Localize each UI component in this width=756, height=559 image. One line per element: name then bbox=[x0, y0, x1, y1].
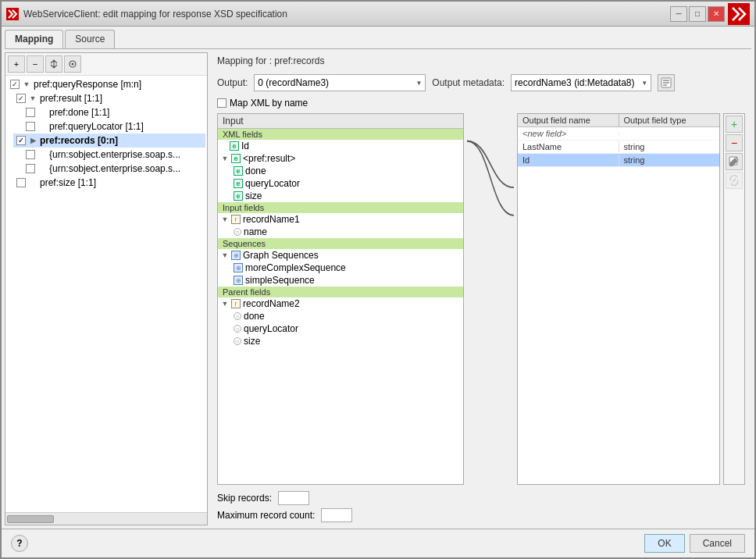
input-item-querylocator2[interactable]: ○ queryLocator bbox=[230, 322, 463, 335]
select-arrow-icon: ▼ bbox=[415, 80, 422, 87]
remove-item-button[interactable]: − bbox=[27, 55, 44, 73]
section-input-fields: Input fields bbox=[218, 202, 463, 213]
skip-area: Skip records: Maximum record count: bbox=[211, 488, 751, 525]
tree-label: pref:queryLocator [1:1] bbox=[49, 121, 144, 132]
output-cell-type: string bbox=[619, 155, 720, 166]
bottom-bar: ? OK Cancel bbox=[2, 529, 754, 557]
left-toolbar: + − bbox=[5, 53, 207, 76]
right-panel: Mapping for : pref:records Output: 0 (re… bbox=[211, 52, 751, 525]
tree-item-size[interactable]: pref:size [1:1] bbox=[13, 176, 205, 190]
properties-button[interactable] bbox=[64, 55, 81, 73]
app-logo bbox=[728, 3, 750, 25]
circle-icon: ○ bbox=[234, 228, 241, 236]
section-xml-fields: XML fields bbox=[218, 129, 463, 140]
metadata-edit-button[interactable] bbox=[658, 74, 675, 91]
output-panel-header: Output field name Output field type bbox=[518, 114, 719, 127]
horizontal-scrollbar[interactable] bbox=[5, 512, 207, 525]
sequence-icon: ⊕ bbox=[231, 251, 241, 260]
tree-item-done[interactable]: pref:done [1:1] bbox=[23, 105, 205, 119]
elem-icon: e bbox=[234, 179, 243, 188]
tree-item-result[interactable]: ▼ pref:result [1:1] bbox=[13, 91, 205, 105]
elem-icon: e bbox=[234, 191, 243, 201]
close-button[interactable]: ✕ bbox=[708, 6, 725, 22]
output-metadata-value: recordName3 (id:Metadata8) bbox=[515, 77, 634, 88]
checkbox-done[interactable] bbox=[26, 108, 35, 117]
tab-source[interactable]: Source bbox=[65, 30, 115, 48]
link-button[interactable] bbox=[726, 172, 743, 189]
svg-point-3 bbox=[72, 63, 74, 66]
map-xml-checkbox[interactable] bbox=[217, 98, 226, 108]
max-record-count-input[interactable] bbox=[321, 508, 352, 522]
sequence-item-icon: ⊕ bbox=[234, 263, 243, 272]
minimize-button[interactable]: ─ bbox=[670, 6, 687, 22]
input-item-size[interactable]: e size bbox=[230, 190, 463, 202]
input-item-size2[interactable]: ○ size bbox=[230, 335, 463, 347]
elem-icon: e bbox=[231, 154, 241, 163]
cancel-button[interactable]: Cancel bbox=[690, 534, 745, 553]
tree-area[interactable]: ▼ pref:queryResponse [m:n] ▼ pref:result… bbox=[5, 76, 207, 512]
tree-label: pref:done [1:1] bbox=[49, 107, 109, 118]
output-row-lastname[interactable]: LastName string bbox=[518, 141, 719, 154]
input-item-simpleseq[interactable]: ⊕ simpleSequence bbox=[230, 274, 463, 287]
circle-icon: ○ bbox=[234, 337, 241, 345]
tree-item-records[interactable]: ▶ pref:records [0:n] bbox=[13, 134, 205, 148]
checkbox-records[interactable] bbox=[16, 136, 26, 145]
checkbox-querylocator[interactable] bbox=[26, 122, 35, 131]
meta-select-arrow-icon: ▼ bbox=[641, 80, 647, 87]
output-col-type-header: Output field type bbox=[619, 114, 720, 126]
remove-output-button[interactable]: − bbox=[726, 134, 743, 151]
skip-records-label: Skip records: bbox=[217, 493, 272, 504]
skip-records-input[interactable] bbox=[278, 491, 309, 505]
input-item-graph-sequences[interactable]: ▼ ⊕ Graph Sequences bbox=[218, 249, 463, 262]
input-item-recordname2[interactable]: ▼ r recordName2 bbox=[218, 297, 463, 310]
checkbox-urn1[interactable] bbox=[26, 150, 35, 159]
tab-mapping[interactable]: Mapping bbox=[5, 30, 63, 48]
output-row-id[interactable]: Id string bbox=[518, 154, 719, 167]
add-output-button[interactable]: + bbox=[726, 116, 743, 133]
max-record-count-label: Maximum record count: bbox=[217, 510, 315, 521]
elem-icon: e bbox=[234, 166, 243, 176]
tree-item-querylocator[interactable]: pref:queryLocator [1:1] bbox=[23, 119, 205, 134]
left-panel: + − bbox=[5, 52, 208, 525]
tree-label: pref:queryResponse [m:n] bbox=[34, 79, 141, 90]
main-window: WebServiceClient: edit mapping for respo… bbox=[0, 0, 756, 559]
input-item-prefresult[interactable]: ▼ e <pref:result> bbox=[218, 152, 463, 165]
add-item-button[interactable]: + bbox=[8, 55, 25, 73]
move-item-button[interactable] bbox=[45, 55, 62, 73]
output-row-new-field[interactable]: <new field> bbox=[518, 127, 719, 141]
help-button[interactable]: ? bbox=[11, 535, 28, 552]
output-col-name-header: Output field name bbox=[518, 114, 619, 126]
edit-output-button[interactable] bbox=[726, 153, 743, 170]
tree-item-urn1[interactable]: {urn:sobject.enterprise.soap.s... bbox=[23, 148, 205, 162]
input-item-id[interactable]: e Id bbox=[218, 140, 463, 152]
tree-label: pref:size [1:1] bbox=[40, 177, 96, 188]
output-select[interactable]: 0 (recordName3) ▼ bbox=[254, 74, 426, 91]
maximize-button[interactable]: □ bbox=[689, 6, 706, 22]
checkbox-size[interactable] bbox=[16, 178, 26, 187]
input-item-done2[interactable]: ○ done bbox=[230, 310, 463, 322]
tree-item-queryresponse[interactable]: ▼ pref:queryResponse [m:n] bbox=[7, 77, 205, 91]
input-panel-body[interactable]: XML fields e Id ▼ e <pref: bbox=[218, 129, 463, 484]
mapping-for-label: Mapping for : pref:records bbox=[211, 52, 751, 69]
input-item-done[interactable]: e done bbox=[230, 165, 463, 177]
output-row: Output: 0 (recordName3) ▼ Output metadat… bbox=[211, 73, 751, 93]
tree-label: {urn:sobject.enterprise.soap.s... bbox=[49, 163, 180, 174]
input-item-recordname1[interactable]: ▼ r recordName1 bbox=[218, 213, 463, 226]
checkbox-result[interactable] bbox=[16, 94, 26, 103]
scroll-thumb[interactable] bbox=[7, 515, 54, 523]
ok-button[interactable]: OK bbox=[644, 534, 684, 553]
input-panel-header: Input bbox=[218, 114, 463, 129]
section-sequences: Sequences bbox=[218, 238, 463, 249]
input-item-querylocator[interactable]: e queryLocator bbox=[230, 177, 463, 190]
right-toolbar: + − bbox=[723, 113, 745, 485]
circle-icon: ○ bbox=[234, 312, 241, 320]
checkbox-queryresponse[interactable] bbox=[10, 80, 20, 89]
input-item-name[interactable]: ○ name bbox=[230, 226, 463, 238]
output-metadata-select[interactable]: recordName3 (id:Metadata8) ▼ bbox=[511, 74, 651, 91]
tree-item-urn2[interactable]: {urn:sobject.enterprise.soap.s... bbox=[23, 162, 205, 176]
output-cell-type bbox=[619, 133, 720, 134]
input-item-morecomplexseq[interactable]: ⊕ moreComplexSequence bbox=[230, 262, 463, 274]
record-icon: r bbox=[231, 299, 241, 308]
output-metadata-label: Output metadata: bbox=[432, 77, 505, 88]
checkbox-urn2[interactable] bbox=[26, 164, 35, 173]
